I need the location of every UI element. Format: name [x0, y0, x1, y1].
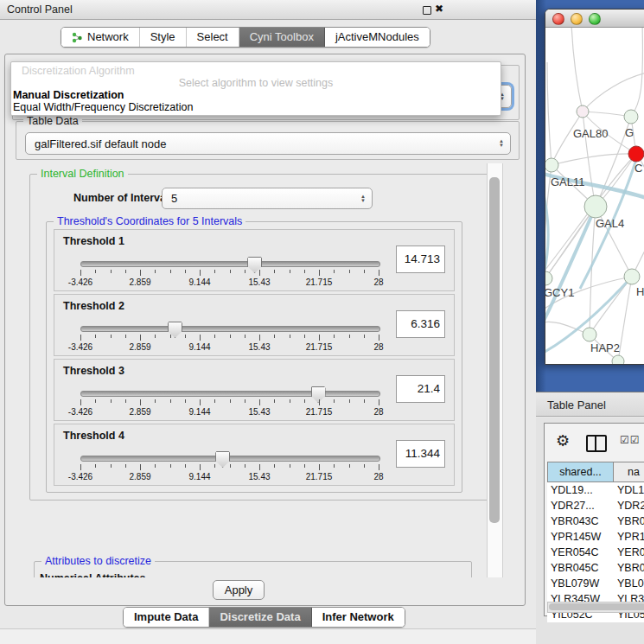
tab-style[interactable]: Style [140, 28, 187, 47]
thresholds-group: Threshold's Coordinates for 5 Intervals … [46, 221, 462, 493]
network-node[interactable] [628, 146, 644, 162]
close-traffic-light[interactable] [552, 13, 564, 25]
number-of-intervals-label: Number of Intervals [73, 192, 175, 204]
threshold-value-field[interactable]: 11.344 [396, 440, 445, 468]
tab-network[interactable]: Network [61, 28, 140, 47]
top-tab-bar: Network Style Select Cyni Toolbox jActiv… [61, 27, 430, 48]
tab-infer-network[interactable]: Infer Network [312, 608, 405, 627]
network-view-window: GAL80GCGAL11GAL4GCY1HHAP2 [545, 9, 644, 365]
table-toolbar: ⚙ ☑☑ [545, 424, 644, 458]
network-node[interactable] [545, 271, 552, 285]
network-node-label: C [634, 162, 642, 175]
number-of-intervals-value: 5 [171, 192, 177, 205]
threshold-label: Threshold 1 [63, 235, 124, 247]
network-edge[interactable] [552, 154, 636, 165]
network-node[interactable] [612, 355, 624, 364]
network-edge[interactable] [547, 62, 552, 165]
settings-scrollbar-thumb[interactable] [489, 177, 500, 523]
number-of-intervals-spinner[interactable]: 5 ▲▼ [162, 188, 373, 209]
table-row[interactable]: YBR043CYBR04 [547, 513, 644, 529]
table-window: ⚙ ☑☑ shared... na YDL19...YDL19YDR27...Y… [544, 423, 644, 616]
network-edge[interactable] [571, 28, 583, 112]
cell-name[interactable]: YDL19 [617, 482, 644, 498]
slider-track[interactable] [80, 261, 380, 267]
tab-select[interactable]: Select [187, 28, 239, 47]
cell-shared-name[interactable]: YBR043C [547, 513, 617, 529]
table-panel-title: Table Panel [547, 399, 606, 411]
column-header-name[interactable]: na [614, 462, 644, 482]
table-row[interactable]: YER054CYER05 [547, 545, 644, 560]
cell-name[interactable]: YPR14 [617, 529, 644, 545]
network-edge[interactable] [545, 207, 596, 278]
float-window-icon[interactable] [423, 6, 431, 15]
cell-name[interactable]: YBR04 [617, 560, 644, 576]
bottom-tab-bar: Impute Data Discretize Data Infer Networ… [123, 607, 405, 628]
menu-item-equal-width-frequency[interactable]: Equal Width/Frequency Discretization [13, 101, 193, 113]
network-canvas[interactable]: GAL80GCGAL11GAL4GCY1HHAP2 [545, 28, 644, 364]
interval-definition-title: Interval Definition [37, 168, 128, 180]
threshold-value-field[interactable]: 6.316 [396, 310, 445, 338]
cell-shared-name[interactable]: YDR27... [547, 498, 617, 513]
network-window-titlebar[interactable] [545, 10, 644, 28]
tab-discretize-data[interactable]: Discretize Data [209, 608, 311, 627]
cell-shared-name[interactable]: YBR045C [547, 560, 617, 576]
network-icon [72, 32, 83, 43]
gear-icon[interactable]: ⚙ [556, 431, 570, 450]
cell-shared-name[interactable]: YER054C [547, 545, 617, 560]
tab-cyni-toolbox[interactable]: Cyni Toolbox [239, 28, 325, 47]
threshold-row: Threshold 1-3.4262.8599.14415.4321.71528… [54, 229, 455, 291]
cell-name[interactable]: YDR27 [617, 498, 644, 513]
table-hscrollbar[interactable] [547, 602, 644, 613]
table-row[interactable]: YBR045CYBR04 [547, 560, 644, 576]
apply-button[interactable]: Apply [213, 580, 265, 600]
cell-shared-name[interactable]: YPR145W [547, 529, 617, 545]
slider-ticks [80, 270, 379, 277]
zoom-traffic-light[interactable] [589, 13, 601, 25]
network-node[interactable] [624, 269, 640, 284]
network-node[interactable] [577, 105, 589, 118]
table-data-combobox[interactable]: galFiltered.sif default node ▲▼ [25, 132, 511, 155]
slider-track[interactable] [80, 456, 380, 462]
numerical-attributes-heading: Numerical Attributes [40, 572, 145, 577]
table-row[interactable]: YBL079WYBL07 [547, 576, 644, 591]
columns-icon[interactable] [586, 435, 607, 452]
settings-scrollbar[interactable] [487, 163, 503, 577]
slider-track[interactable] [80, 326, 380, 332]
threshold-row: Threshold 3-3.4262.8599.14415.4321.71528… [54, 359, 455, 421]
table-row[interactable]: YDR27...YDR27 [547, 498, 644, 513]
table-row[interactable]: YPR145WYPR14 [547, 529, 644, 545]
minimize-traffic-light[interactable] [571, 13, 583, 25]
cell-name[interactable]: YER05 [617, 545, 644, 560]
network-edge[interactable] [631, 28, 642, 117]
network-node[interactable] [583, 328, 596, 341]
threshold-value-field[interactable]: 14.713 [396, 245, 445, 273]
ghost-group-title: Discretization Algorithm [22, 65, 135, 77]
control-panel-title: Control Panel [7, 3, 73, 16]
network-node[interactable] [624, 110, 638, 124]
cell-shared-name[interactable]: YDL19... [547, 482, 617, 498]
select-columns-icon[interactable]: ☑☑ [620, 434, 641, 446]
cell-shared-name[interactable]: YBL079W [547, 576, 617, 591]
network-node-label: HAP2 [590, 341, 620, 354]
combo-arrows-icon: ▲▼ [499, 139, 504, 148]
column-header-shared[interactable]: shared... [547, 462, 614, 482]
cell-name[interactable]: YBL07 [617, 576, 644, 591]
close-icon[interactable]: ✖ [435, 3, 443, 15]
network-node[interactable] [545, 158, 558, 172]
slider-ticks [80, 464, 379, 471]
table-hscrollbar-thumb[interactable] [549, 603, 644, 610]
slider-track[interactable] [80, 391, 380, 397]
table-data-group: Table Data galFiltered.sif default node … [16, 121, 520, 160]
network-node-label: GAL4 [596, 217, 624, 230]
tab-impute-data[interactable]: Impute Data [124, 608, 209, 627]
threshold-value-field[interactable]: 21.4 [396, 375, 445, 403]
tab-jactivemnodules[interactable]: jActiveMNodules [325, 28, 430, 47]
network-edge-highlighted[interactable] [545, 194, 548, 274]
menu-item-manual-discretization[interactable]: Manual Discretization [13, 89, 124, 101]
cell-name[interactable]: YBR04 [617, 513, 644, 529]
table-panel-titlebar: Table Panel [536, 392, 644, 417]
table-row[interactable]: YDL19...YDL19 [547, 482, 644, 498]
network-edge[interactable] [583, 73, 644, 112]
network-node[interactable] [584, 195, 607, 218]
network-edge[interactable] [583, 112, 596, 207]
